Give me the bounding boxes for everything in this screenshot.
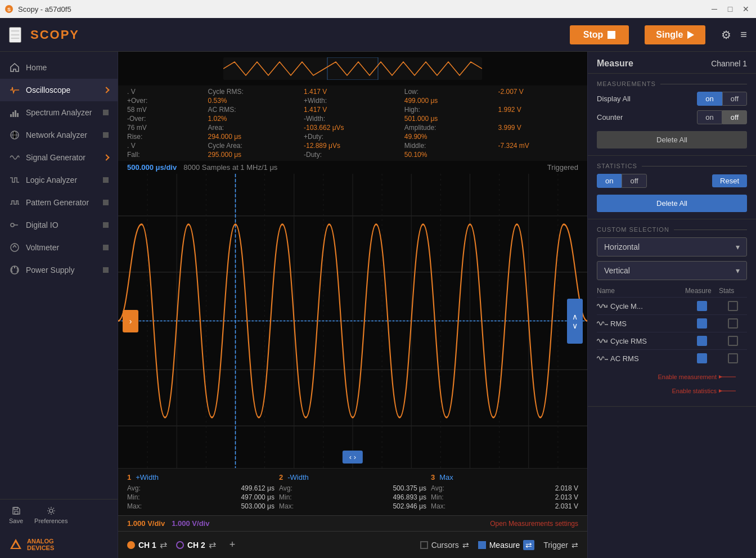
stat-avg-label-2: Avg: <box>279 484 292 492</box>
ch1-item[interactable]: CH 1 ⇄ <box>127 539 167 550</box>
stop-icon <box>608 31 615 39</box>
save-button[interactable]: Save <box>9 506 23 524</box>
measure-row-cycle-rms: Cycle RMS <box>597 332 747 349</box>
sidebar-item-digital[interactable]: Digital IO <box>0 214 118 236</box>
ch2-settings-icon[interactable]: ⇄ <box>209 539 216 550</box>
meas-label-3: 76 mV <box>127 124 196 132</box>
measure-checkbox[interactable] <box>478 541 486 549</box>
pan-left-button[interactable]: › <box>123 310 138 332</box>
stat-max-label-1: Max: <box>127 502 142 510</box>
add-channel-button[interactable]: + <box>230 539 236 551</box>
oscilloscope-canvas[interactable]: › ∧ ∨ ‹ › <box>118 174 587 468</box>
horizontal-nav-button[interactable]: ‹ › <box>343 451 363 464</box>
meas-amp-label: Amplitude: <box>404 124 487 132</box>
stats-check-ac-rms[interactable] <box>728 353 738 363</box>
power-icon <box>9 264 20 276</box>
counter-on-button[interactable]: on <box>697 110 722 124</box>
ch1-settings-icon[interactable]: ⇄ <box>160 539 167 550</box>
svg-rect-16 <box>15 511 18 514</box>
sidebar-item-label: Pattern Generator <box>26 198 97 207</box>
menu-button[interactable]: ☰ <box>9 27 21 43</box>
measure-check-ac-rms[interactable] <box>697 353 707 363</box>
horizontal-dropdown[interactable]: Horizontal ▾ <box>597 237 747 256</box>
stats-on-button[interactable]: on <box>597 174 622 188</box>
stat-col-id-2: 2 <box>279 473 283 482</box>
stats-check-cycle-rms[interactable] <box>728 336 738 346</box>
svg-rect-6 <box>17 113 19 117</box>
stats-off-button[interactable]: off <box>622 174 646 188</box>
annotation-stats: Enable statistics <box>672 385 736 397</box>
sidebar-item-signal[interactable]: Signal Generator <box>0 146 118 169</box>
annotation-stats-text: Enable statistics <box>672 388 717 394</box>
measure-check-cycle-rms[interactable] <box>697 336 707 346</box>
annotation-measure: Enable measurement <box>658 371 736 382</box>
sidebar-item-power[interactable]: Power Supply <box>0 259 118 281</box>
cursors-settings-icon[interactable]: ⇄ <box>462 541 469 550</box>
measure-label: Measure <box>489 541 520 550</box>
trigger-toggle[interactable]: Trigger ⇄ <box>543 541 578 550</box>
sidebar-item-label: Voltmeter <box>26 243 97 252</box>
sidebar-item-oscilloscope[interactable]: Oscilloscope <box>0 79 118 101</box>
main-layout: Home Oscilloscope Spectrum Analyzer <box>0 52 756 558</box>
measure-check-rms[interactable] <box>697 318 707 328</box>
settings-icon[interactable]: ⚙ <box>721 28 731 42</box>
measure-label-1: Cycle M... <box>610 302 643 310</box>
cursors-toggle[interactable]: Cursors ⇄ <box>420 541 469 550</box>
meas-duty-minus-label: -Duty: <box>304 151 393 159</box>
indicator-icon <box>103 267 109 273</box>
display-all-label: Display All <box>597 94 631 103</box>
custom-selection-section: CUSTOM SELECTION Horizontal ▾ Vertical ▾… <box>588 219 756 407</box>
app-icon: S <box>4 4 14 14</box>
vertical-dropdown[interactable]: Vertical ▾ <box>597 261 747 280</box>
display-all-on-button[interactable]: on <box>697 92 722 106</box>
measure-name-cycle-rms: Cycle RMS <box>597 336 685 345</box>
stat-max-val-1: 503.000 μs <box>241 502 274 510</box>
stat-max-val-2: 502.946 μs <box>393 502 426 510</box>
trigger-settings-icon[interactable]: ⇄ <box>572 541 578 550</box>
sidebar-item-label: Power Supply <box>26 266 97 274</box>
lines-icon[interactable]: ≡ <box>740 28 747 42</box>
counter-toggle: on off <box>697 110 747 124</box>
display-all-off-button[interactable]: off <box>722 92 747 106</box>
sidebar-item-logic[interactable]: Logic Analyzer <box>0 169 118 191</box>
ch2-item[interactable]: CH 2 ⇄ <box>176 539 216 550</box>
maximize-button[interactable]: □ <box>724 3 736 15</box>
measure-settings-icon[interactable]: ⇄ <box>523 540 534 550</box>
stats-check-rms[interactable] <box>728 318 738 328</box>
stats-check-1[interactable] <box>728 301 738 311</box>
close-button[interactable]: ✕ <box>740 3 752 15</box>
display-all-row: Display All on off <box>597 92 747 106</box>
sidebar-item-network[interactable]: Network Analyzer <box>0 124 118 146</box>
measure-check-1[interactable] <box>697 301 707 311</box>
indicator-icon <box>103 200 109 205</box>
measure-name-ac-rms: AC RMS <box>597 354 685 363</box>
delete-all-measurements-button[interactable]: Delete All <box>597 131 747 148</box>
sidebar-item-voltmeter[interactable]: Voltmeter <box>0 236 118 259</box>
single-button[interactable]: Single <box>645 25 705 44</box>
measure-toggle[interactable]: Measure ⇄ <box>478 540 534 550</box>
meas-width-minus-val: 501.000 μs <box>404 115 487 123</box>
sidebar-item-home[interactable]: Home <box>0 56 118 79</box>
window-title: Scopy - a57d0f5 <box>18 5 704 14</box>
meas-width-plus-label: +Width: <box>304 97 393 105</box>
custom-selection-label: CUSTOM SELECTION <box>597 226 747 233</box>
stop-button[interactable]: Stop <box>570 25 629 44</box>
meas-area-label: Area: <box>208 124 292 132</box>
pan-vertical-button[interactable]: ∧ ∨ <box>567 299 583 344</box>
stat-col-1: 1 +Width Avg:499.612 μs Min:497.000 μs M… <box>127 473 274 511</box>
sidebar-item-pattern[interactable]: Pattern Generator <box>0 191 118 214</box>
delete-all-stats-button[interactable]: Delete All <box>597 195 747 212</box>
pan-up-icon: ∧ <box>572 312 578 321</box>
counter-off-button[interactable]: off <box>722 110 747 124</box>
sidebar-item-spectrum[interactable]: Spectrum Analyzer <box>0 101 118 124</box>
statistics-section: STATISTICS on off Reset Delete All <box>588 156 756 219</box>
reset-stats-button[interactable]: Reset <box>712 174 747 187</box>
topbar: ☰ SCOPY Stop Single ⚙ ≡ <box>0 18 756 52</box>
minimize-button[interactable]: ─ <box>709 3 720 15</box>
meas-middle-label: Middle: <box>404 142 487 150</box>
cursors-checkbox[interactable] <box>420 541 428 549</box>
preferences-button[interactable]: Preferences <box>34 506 68 524</box>
vdiv1-value: 1.000 V/div <box>127 519 165 528</box>
measurements-section-label: MEASUREMENTS <box>597 80 747 87</box>
stat-col-name-1: +Width <box>136 473 159 482</box>
